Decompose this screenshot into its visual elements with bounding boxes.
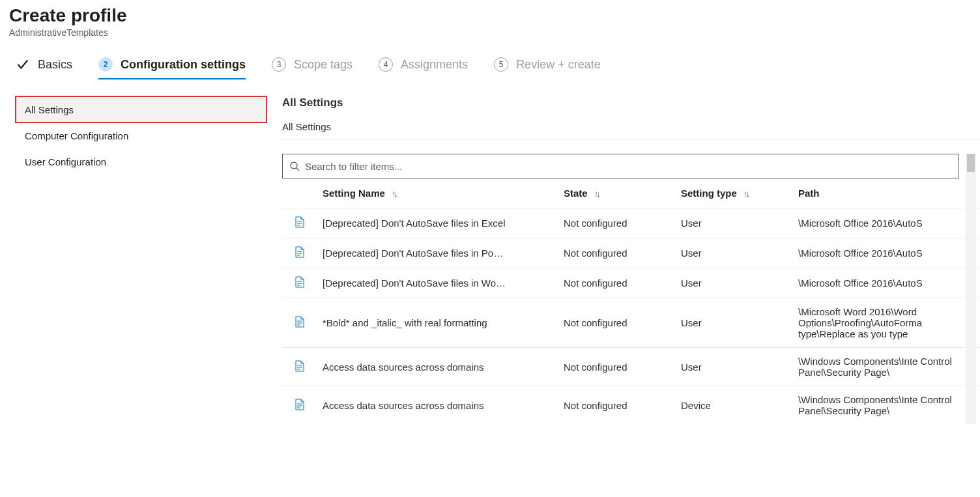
cell-setting-name: Access data sources across domains <box>317 348 558 386</box>
wizard-step-scope-tags[interactable]: 3 Scope tags <box>272 55 353 79</box>
wizard-step-configuration-settings[interactable]: 2 Configuration settings <box>98 55 246 79</box>
cell-path: \Windows Components\Inte Control Panel\S… <box>793 386 980 425</box>
document-icon <box>282 298 317 348</box>
wizard-step-label: Scope tags <box>294 58 353 72</box>
cell-setting-name: [Deprecated] Don't AutoSave files in Wo… <box>317 268 558 298</box>
step-number-icon: 5 <box>494 57 508 72</box>
cell-setting-name: [Deprecated] Don't AutoSave files in Exc… <box>317 208 558 238</box>
breadcrumb: All Settings <box>282 121 980 132</box>
table-row[interactable]: Access data sources across domainsNot co… <box>282 348 980 386</box>
column-header-state[interactable]: State ↑↓ <box>558 178 676 208</box>
cell-path: \Microsoft Office 2016\AutoS <box>793 238 980 268</box>
page-title: Create profile <box>9 5 980 26</box>
sort-icon: ↑↓ <box>392 189 396 199</box>
sidebar-item-user-configuration[interactable]: User Configuration <box>16 149 267 175</box>
document-icon <box>282 268 317 298</box>
cell-setting-type: User <box>676 298 793 348</box>
cell-state: Not configured <box>558 268 676 298</box>
page-subtitle: AdministrativeTemplates <box>9 27 980 38</box>
cell-path: \Windows Components\Inte Control Panel\S… <box>793 348 980 386</box>
scrollbar-thumb[interactable] <box>967 154 975 172</box>
table-row[interactable]: [Deprecated] Don't AutoSave files in Po…… <box>282 238 980 268</box>
cell-state: Not configured <box>558 208 676 238</box>
cell-path: \Microsoft Word 2016\Word Options\Proofi… <box>793 298 980 348</box>
wizard-step-label: Assignments <box>401 58 468 72</box>
check-icon <box>16 57 30 72</box>
cell-setting-name: [Deprecated] Don't AutoSave files in Po… <box>317 238 558 268</box>
cell-state: Not configured <box>558 298 676 348</box>
table-row[interactable]: Access data sources across domainsNot co… <box>282 386 980 425</box>
cell-setting-name: *Bold* and _italic_ with real formatting <box>317 298 558 348</box>
wizard-step-review-create[interactable]: 5 Review + create <box>494 55 601 79</box>
table-row[interactable]: *Bold* and _italic_ with real formatting… <box>282 298 980 348</box>
step-number-icon: 3 <box>272 57 286 72</box>
sidebar-item-label: All Settings <box>25 104 74 115</box>
column-header-label: State <box>564 188 588 199</box>
search-input[interactable] <box>305 161 952 172</box>
wizard-step-assignments[interactable]: 4 Assignments <box>379 55 468 79</box>
column-header-label: Setting type <box>681 188 737 199</box>
wizard-step-label: Review + create <box>516 58 601 72</box>
column-header-name[interactable]: Setting Name ↑↓ <box>317 178 558 208</box>
table-row[interactable]: [Deprecated] Don't AutoSave files in Wo…… <box>282 268 980 298</box>
document-icon <box>282 208 317 238</box>
cell-path: \Microsoft Office 2016\AutoS <box>793 208 980 238</box>
cell-setting-type: Device <box>676 386 793 425</box>
column-header-path[interactable]: Path <box>793 178 980 208</box>
sidebar-item-all-settings[interactable]: All Settings <box>16 96 267 122</box>
settings-table: Setting Name ↑↓ State ↑↓ Setting type ↑↓ <box>282 178 980 424</box>
sidebar-item-computer-configuration[interactable]: Computer Configuration <box>16 122 267 149</box>
step-number-icon: 4 <box>379 57 393 72</box>
wizard-step-label: Basics <box>38 58 72 72</box>
content-title: All Settings <box>282 96 980 109</box>
search-box[interactable] <box>282 154 959 178</box>
divider <box>282 139 980 139</box>
cell-setting-type: User <box>676 208 793 238</box>
cell-setting-type: User <box>676 268 793 298</box>
document-icon <box>282 386 317 425</box>
sidebar-item-label: User Configuration <box>25 156 106 167</box>
search-icon <box>289 161 300 171</box>
wizard-step-basics[interactable]: Basics <box>16 55 72 79</box>
cell-setting-type: User <box>676 348 793 386</box>
settings-tree: All Settings Computer Configuration User… <box>9 96 267 424</box>
sort-icon: ↑↓ <box>743 189 748 199</box>
cell-state: Not configured <box>558 386 676 425</box>
svg-line-1 <box>296 168 299 171</box>
svg-point-0 <box>291 162 297 169</box>
cell-setting-type: User <box>676 238 793 268</box>
step-number-icon: 2 <box>98 57 113 72</box>
column-header-label: Path <box>798 188 820 199</box>
cell-state: Not configured <box>558 238 676 268</box>
document-icon <box>282 348 317 386</box>
wizard-step-label: Configuration settings <box>121 58 246 72</box>
sidebar-item-label: Computer Configuration <box>25 130 128 141</box>
sort-icon: ↑↓ <box>594 189 599 199</box>
column-header-type[interactable]: Setting type ↑↓ <box>676 178 793 208</box>
column-header-label: Setting Name <box>323 188 385 199</box>
scrollbar[interactable] <box>966 154 976 424</box>
wizard-steps: Basics 2 Configuration settings 3 Scope … <box>9 55 980 79</box>
cell-setting-name: Access data sources across domains <box>317 386 558 425</box>
document-icon <box>282 238 317 268</box>
table-row[interactable]: [Deprecated] Don't AutoSave files in Exc… <box>282 208 980 238</box>
cell-state: Not configured <box>558 348 676 386</box>
cell-path: \Microsoft Office 2016\AutoS <box>793 268 980 298</box>
